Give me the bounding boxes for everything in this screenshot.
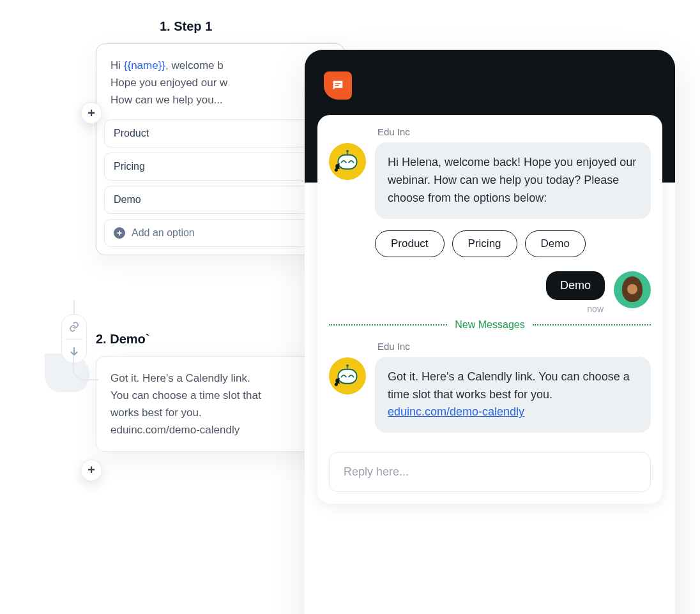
- link-icon[interactable]: [66, 318, 82, 335]
- divider: [65, 339, 83, 340]
- plus-icon: +: [114, 227, 125, 239]
- chat-body: Edu Inc Hi Helena, welcome back! Hope yo…: [317, 115, 662, 504]
- sender-name: Edu Inc: [377, 126, 651, 137]
- new-messages-divider: New Messages: [329, 319, 651, 331]
- chip-demo[interactable]: Demo: [525, 230, 586, 257]
- flow-option-pricing[interactable]: Pricing: [104, 153, 337, 181]
- flow-connector: [61, 300, 87, 363]
- chip-pricing[interactable]: Pricing: [452, 230, 517, 257]
- reply-input[interactable]: [344, 465, 636, 479]
- text: Got it. Here's a Calendly link.: [110, 372, 250, 384]
- bot-bubble: Got it. Here's a Calendly link. You can …: [375, 357, 651, 433]
- text: Hi: [110, 59, 124, 71]
- user-avatar-icon: [614, 271, 651, 308]
- dotted-line: [329, 324, 447, 326]
- option-chips: Product Pricing Demo: [375, 230, 651, 257]
- add-step-button[interactable]: +: [80, 460, 102, 481]
- svg-rect-0: [335, 83, 340, 84]
- text: , welcome b: [165, 59, 224, 71]
- bot-message-2: Edu Inc Got it. Here's a Calendly link. …: [329, 341, 651, 433]
- text: eduinc.com/demo-calendly: [110, 424, 240, 436]
- svg-point-5: [335, 168, 338, 172]
- user-bubble: Demo: [546, 271, 605, 300]
- text: Hope you enjoyed our w: [110, 77, 227, 89]
- reply-timestamp: now: [587, 304, 604, 314]
- flow-option-product[interactable]: Product: [104, 119, 337, 147]
- user-reply: Demo now: [329, 271, 651, 314]
- svg-rect-8: [338, 369, 356, 383]
- svg-rect-1: [335, 85, 339, 86]
- connector-line: [73, 355, 98, 380]
- add-option-label: Add an option: [132, 227, 195, 239]
- chip-product[interactable]: Product: [375, 230, 445, 257]
- flow-option-demo[interactable]: Demo: [104, 186, 337, 214]
- text: How can we help you...: [110, 94, 223, 106]
- bot-text: Got it. Here's a Calendly link. You can …: [388, 370, 630, 401]
- calendly-link[interactable]: eduinc.com/demo-calendly: [388, 405, 524, 418]
- svg-point-6: [346, 364, 349, 367]
- step-1-title: 1. Step 1: [160, 19, 345, 34]
- reply-box: [329, 452, 651, 492]
- variable-token: {{name}}: [124, 59, 165, 71]
- chat-logo-icon: [324, 71, 352, 100]
- sender-name: Edu Inc: [377, 341, 651, 352]
- dotted-line: [533, 324, 651, 326]
- bot-message-1: Edu Inc Hi Helena, welcome back! Hope yo…: [329, 126, 651, 219]
- text: You can choose a time slot that: [110, 389, 261, 401]
- chat-widget: Edu Inc Hi Helena, welcome back! Hope yo…: [305, 50, 675, 614]
- svg-point-2: [346, 150, 349, 153]
- bot-bubble: Hi Helena, welcome back! Hope you enjoye…: [375, 142, 651, 219]
- connector-line: [73, 300, 75, 314]
- svg-rect-4: [338, 155, 356, 169]
- new-messages-label: New Messages: [455, 319, 524, 331]
- text: works best for you.: [110, 407, 202, 419]
- bot-avatar-icon: [329, 357, 366, 394]
- add-option-button[interactable]: + Add an option: [104, 219, 337, 247]
- svg-point-9: [335, 382, 338, 386]
- add-step-button[interactable]: +: [80, 102, 102, 124]
- bot-avatar-icon: [329, 143, 366, 180]
